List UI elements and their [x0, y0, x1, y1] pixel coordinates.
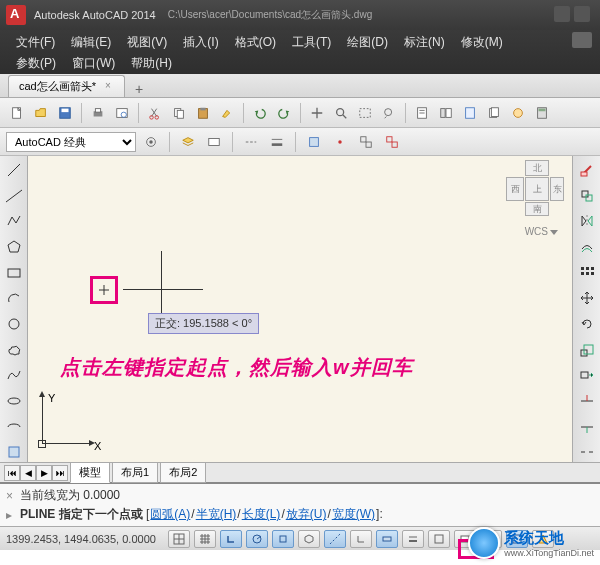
redo-icon[interactable]: [273, 102, 295, 124]
copy-icon[interactable]: [168, 102, 190, 124]
file-tab[interactable]: cad怎么画箭头* ×: [8, 75, 125, 97]
rotate-icon[interactable]: [577, 314, 597, 334]
help-icon[interactable]: [574, 6, 590, 22]
viewcube-south[interactable]: 南: [525, 202, 549, 216]
cmd-opt-width[interactable]: 宽度(W): [332, 507, 375, 521]
coordinates[interactable]: 1399.2453, 1494.0635, 0.0000: [6, 533, 156, 545]
menu-insert[interactable]: 插入(I): [175, 32, 226, 53]
open-icon[interactable]: [30, 102, 52, 124]
menu-dimension[interactable]: 标注(N): [396, 32, 453, 53]
ellipse-arc-icon[interactable]: [4, 417, 24, 437]
linetype-icon[interactable]: [240, 131, 262, 153]
mirror-icon[interactable]: [577, 211, 597, 231]
menu-tools[interactable]: 工具(T): [284, 32, 339, 53]
undo-icon[interactable]: [249, 102, 271, 124]
new-tab-icon[interactable]: +: [131, 81, 147, 97]
ortho-toggle[interactable]: [220, 530, 242, 548]
erase-icon[interactable]: [577, 160, 597, 180]
menu-edit[interactable]: 编辑(E): [63, 32, 119, 53]
xline-icon[interactable]: [4, 186, 24, 206]
extend-icon[interactable]: [577, 417, 597, 437]
ducs-toggle[interactable]: [350, 530, 372, 548]
cut-icon[interactable]: [144, 102, 166, 124]
menu-parametric[interactable]: 参数(P): [8, 53, 64, 74]
revcloud-icon[interactable]: [4, 340, 24, 360]
lineweight-icon[interactable]: [266, 131, 288, 153]
menu-help[interactable]: 帮助(H): [123, 53, 180, 74]
sheet-set-icon[interactable]: [483, 102, 505, 124]
dyn-toggle[interactable]: [376, 530, 398, 548]
menu-format[interactable]: 格式(O): [227, 32, 284, 53]
plot-preview-icon[interactable]: [111, 102, 133, 124]
copy-obj-icon[interactable]: [577, 186, 597, 206]
tab-layout2[interactable]: 布局2: [160, 462, 206, 483]
print-icon[interactable]: [87, 102, 109, 124]
3dosnap-toggle[interactable]: [298, 530, 320, 548]
tool-palettes-icon[interactable]: [459, 102, 481, 124]
menu-draw[interactable]: 绘图(D): [339, 32, 396, 53]
cmd-opt-undo[interactable]: 放弃(U): [286, 507, 327, 521]
grid-toggle[interactable]: [194, 530, 216, 548]
ungroup-icon[interactable]: [381, 131, 403, 153]
zoom-icon[interactable]: [330, 102, 352, 124]
viewcube[interactable]: 上 西 东 北 南: [512, 164, 562, 214]
cmd-opt-halfwidth[interactable]: 半宽(H): [196, 507, 237, 521]
polyline-icon[interactable]: [4, 211, 24, 231]
menu-window[interactable]: 窗口(W): [64, 53, 123, 74]
tab-layout1[interactable]: 布局1: [112, 462, 158, 483]
offset-icon[interactable]: [577, 237, 597, 257]
layer-icon[interactable]: [177, 131, 199, 153]
group-icon[interactable]: [355, 131, 377, 153]
tab-first-icon[interactable]: ⏮: [4, 465, 20, 481]
match-props-icon[interactable]: [216, 102, 238, 124]
tab-model[interactable]: 模型: [70, 462, 110, 483]
properties-icon[interactable]: [411, 102, 433, 124]
search-icon[interactable]: [554, 6, 570, 22]
osnap-toggle[interactable]: [272, 530, 294, 548]
command-line[interactable]: × 当前线宽为 0.0000 ▸ PLINE 指定下一个点或 [圆弧(A)/半宽…: [0, 482, 600, 526]
workspace-select[interactable]: AutoCAD 经典: [6, 132, 136, 152]
calc-icon[interactable]: [531, 102, 553, 124]
scale-icon[interactable]: [577, 340, 597, 360]
array-icon[interactable]: [577, 263, 597, 283]
trim-icon[interactable]: [577, 391, 597, 411]
arc-icon[interactable]: [4, 288, 24, 308]
ellipse-icon[interactable]: [4, 391, 24, 411]
insert-block-icon[interactable]: [4, 442, 24, 462]
tab-last-icon[interactable]: ⏭: [52, 465, 68, 481]
markup-icon[interactable]: [507, 102, 529, 124]
lwt-toggle[interactable]: [402, 530, 424, 548]
wcs-indicator[interactable]: WCS: [525, 226, 558, 237]
polygon-icon[interactable]: [4, 237, 24, 257]
cmd-expand-icon[interactable]: ×: [6, 489, 20, 503]
menu-modify[interactable]: 修改(M): [453, 32, 511, 53]
cmd-opt-arc[interactable]: 圆弧(A): [150, 507, 190, 521]
menu-view[interactable]: 视图(V): [119, 32, 175, 53]
move-icon[interactable]: [577, 288, 597, 308]
paste-icon[interactable]: [192, 102, 214, 124]
tab-prev-icon[interactable]: ◀: [20, 465, 36, 481]
design-center-icon[interactable]: [435, 102, 457, 124]
tab-next-icon[interactable]: ▶: [36, 465, 52, 481]
viewcube-east[interactable]: 东: [550, 177, 564, 201]
spline-icon[interactable]: [4, 365, 24, 385]
stretch-icon[interactable]: [577, 365, 597, 385]
cmd-opt-length[interactable]: 长度(L): [242, 507, 281, 521]
viewcube-west[interactable]: 西: [506, 177, 524, 201]
tpy-toggle[interactable]: [428, 530, 450, 548]
break-icon[interactable]: [577, 442, 597, 462]
new-icon[interactable]: [6, 102, 28, 124]
otrack-toggle[interactable]: [324, 530, 346, 548]
viewcube-north[interactable]: 北: [525, 160, 549, 176]
workspace-settings-icon[interactable]: [140, 131, 162, 153]
point-style-icon[interactable]: [329, 131, 351, 153]
viewcube-top[interactable]: 上: [525, 177, 549, 201]
zoom-window-icon[interactable]: [354, 102, 376, 124]
minimize-ribbon-icon[interactable]: [572, 32, 592, 48]
line-icon[interactable]: [4, 160, 24, 180]
layer-props-icon[interactable]: [203, 131, 225, 153]
block-icon[interactable]: [303, 131, 325, 153]
circle-icon[interactable]: [4, 314, 24, 334]
save-icon[interactable]: [54, 102, 76, 124]
drawing-canvas[interactable]: 上 西 东 北 南 WCS 正交: 195.1588 < 0° 点击左键指定起点…: [28, 156, 572, 462]
